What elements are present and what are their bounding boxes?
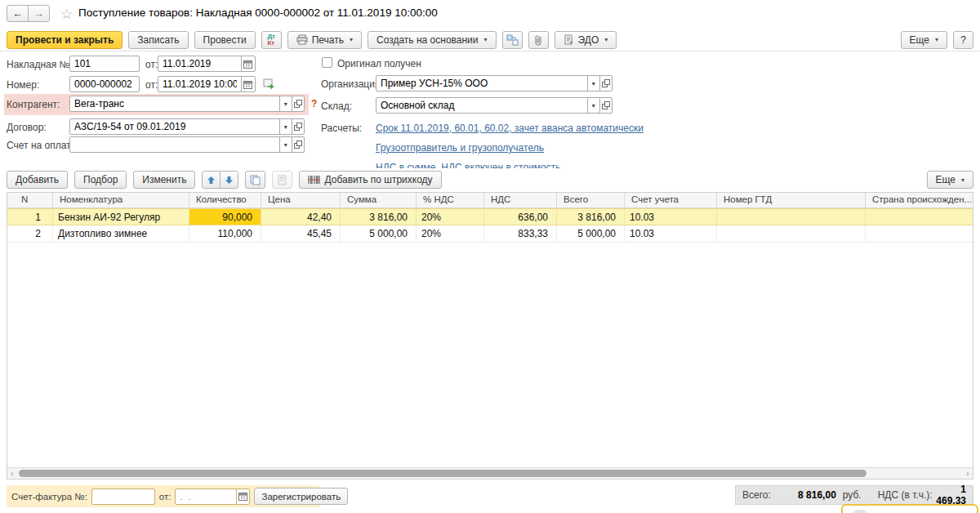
paste-row-button[interactable] — [272, 171, 292, 189]
counterparty-input[interactable] — [69, 96, 280, 112]
col-header-sum[interactable]: Сумма — [341, 193, 416, 207]
cell-country[interactable] — [866, 209, 973, 225]
contract-dropdown-icon[interactable]: ▾ — [279, 118, 292, 135]
number-input[interactable] — [69, 76, 140, 92]
cell-qty-active[interactable]: 90,000 — [189, 209, 261, 225]
number-date-input[interactable] — [158, 76, 242, 92]
payment-invoice-input[interactable] — [69, 136, 280, 153]
debit-credit-icon: ДтКт — [267, 33, 275, 47]
cell-account[interactable]: 10.03 — [625, 225, 717, 242]
counterparty-label: Контрагент: — [7, 99, 60, 110]
invoice-date-footer-input[interactable] — [175, 488, 237, 505]
post-button[interactable]: Провести — [194, 31, 256, 49]
attachments-button[interactable] — [528, 31, 549, 49]
cell-nomenclature[interactable]: Дизтопливо зимнее — [53, 225, 189, 242]
more-button[interactable]: Еще ▾ — [901, 31, 947, 49]
forward-icon[interactable]: → — [28, 5, 50, 22]
calendar-icon[interactable] — [236, 488, 250, 505]
col-header-n[interactable]: N — [7, 193, 53, 207]
register-invoice-button[interactable]: Зарегистрировать — [254, 488, 348, 505]
scrollbar-thumb[interactable] — [19, 470, 866, 477]
cell-country[interactable] — [866, 225, 973, 242]
payment-invoice-dropdown-icon[interactable]: ▾ — [279, 136, 292, 153]
original-received-checkbox[interactable] — [322, 57, 332, 68]
favorite-star-icon[interactable]: ☆ — [60, 6, 73, 23]
scroll-left-icon[interactable]: ‹ — [7, 468, 17, 479]
print-button[interactable]: Печать ▾ — [287, 31, 362, 49]
cell-n[interactable]: 1 — [7, 209, 53, 225]
counterparty-open-icon[interactable] — [292, 96, 305, 112]
add-by-barcode-button[interactable]: Добавить по штрихкоду — [299, 171, 441, 189]
debit-credit-button[interactable]: ДтКт — [261, 31, 282, 49]
copy-row-button[interactable] — [245, 171, 265, 189]
cell-vat-rate[interactable]: 20% — [416, 209, 484, 225]
window-chrome: ← → ☆ Поступление товаров: Накладная 000… — [0, 0, 980, 27]
cell-vat[interactable]: 833,33 — [484, 225, 557, 242]
col-header-vat[interactable]: НДС — [484, 193, 557, 207]
cell-price[interactable]: 45,45 — [261, 225, 341, 242]
paste-icon — [277, 175, 287, 185]
cell-vat[interactable]: 636,00 — [484, 209, 557, 225]
warehouse-dropdown-icon[interactable]: ▾ — [587, 97, 600, 114]
payment-invoice-open-icon[interactable] — [292, 136, 305, 153]
chevron-down-icon: ▾ — [961, 176, 964, 184]
cell-n[interactable]: 2 — [7, 225, 53, 242]
invoice-no-input[interactable] — [69, 56, 140, 72]
contract-input[interactable] — [69, 118, 280, 135]
cell-qty[interactable]: 110,000 — [189, 225, 261, 242]
col-header-country[interactable]: Страна происхожден... — [866, 193, 973, 207]
related-documents-button[interactable] — [502, 31, 523, 49]
move-up-button[interactable] — [202, 171, 220, 189]
counterparty-hint-icon[interactable]: ? — [311, 98, 317, 109]
settlements-link[interactable]: Срок 11.01.2019, 60.01, 60.02, зачет ава… — [376, 123, 644, 134]
invoice-number-label: Счет-фактура №: — [11, 492, 87, 502]
set-current-date-icon[interactable] — [263, 78, 275, 89]
organization-input[interactable] — [376, 75, 588, 91]
col-header-gtd[interactable]: Номер ГТД — [717, 193, 866, 207]
cell-gtd[interactable] — [717, 225, 866, 242]
cell-vat-rate[interactable]: 20% — [416, 225, 484, 242]
add-row-button[interactable]: Добавить — [7, 171, 68, 189]
col-header-nomenclature[interactable]: Номенклатура — [53, 193, 189, 207]
calendar-icon[interactable] — [241, 56, 256, 72]
post-and-close-button[interactable]: Провести и закрыть — [7, 31, 122, 49]
invoice-date-input[interactable] — [158, 56, 242, 72]
chevron-down-icon: ▾ — [484, 36, 488, 43]
cell-gtd[interactable] — [717, 209, 866, 225]
warehouse-open-icon[interactable] — [599, 97, 612, 114]
table-row[interactable]: 1 Бензин АИ-92 Регуляр 90,000 42,40 3 81… — [7, 208, 973, 225]
organization-dropdown-icon[interactable]: ▾ — [587, 75, 600, 91]
organization-open-icon[interactable] — [599, 75, 612, 91]
contract-open-icon[interactable] — [292, 118, 305, 135]
calendar-icon[interactable] — [241, 76, 256, 92]
save-button[interactable]: Записать — [128, 31, 188, 49]
counterparty-dropdown-icon[interactable]: ▾ — [279, 96, 292, 112]
create-based-on-button[interactable]: Создать на основании ▾ — [368, 31, 497, 49]
vat-total-label: НДС (в т.ч.): — [878, 489, 933, 501]
cell-total[interactable]: 5 000,00 — [557, 225, 625, 242]
cell-total[interactable]: 3 816,00 — [557, 209, 625, 225]
col-header-total[interactable]: Всего — [557, 193, 625, 207]
col-header-vat-rate[interactable]: % НДС — [416, 193, 484, 207]
cell-sum[interactable]: 3 816,00 — [341, 209, 416, 225]
consignor-link[interactable]: Грузоотправитель и грузополучатель — [376, 142, 544, 154]
cell-nomenclature[interactable]: Бензин АИ-92 Регуляр — [53, 209, 189, 225]
items-more-button[interactable]: Еще ▾ — [927, 171, 973, 189]
help-button[interactable]: ? — [953, 31, 973, 49]
col-header-qty[interactable]: Количество — [189, 193, 261, 207]
cell-sum[interactable]: 5 000,00 — [341, 225, 416, 242]
edit-button[interactable]: Изменить — [133, 171, 195, 189]
cell-account[interactable]: 10.03 — [625, 209, 717, 225]
cell-price[interactable]: 42,40 — [261, 209, 341, 225]
horizontal-scrollbar[interactable]: ‹ › — [7, 467, 973, 479]
warehouse-input[interactable] — [376, 97, 588, 114]
move-down-button[interactable] — [220, 171, 238, 189]
back-icon[interactable]: ← — [7, 5, 29, 22]
col-header-price[interactable]: Цена — [261, 193, 341, 207]
col-header-account[interactable]: Счет учета — [625, 193, 717, 207]
edo-button[interactable]: ЭДО ▾ — [555, 31, 617, 49]
table-row[interactable]: 2 Дизтопливо зимнее 110,000 45,45 5 000,… — [7, 225, 973, 243]
scroll-right-icon[interactable]: › — [963, 468, 973, 479]
pick-button[interactable]: Подбор — [74, 171, 127, 189]
invoice-number-input[interactable] — [91, 488, 155, 505]
